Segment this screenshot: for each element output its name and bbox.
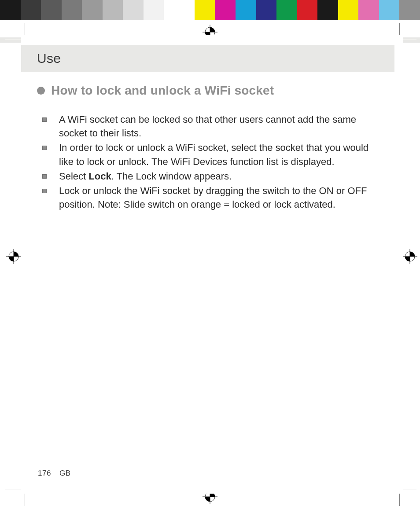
- section-heading-text: How to lock and unlock a WiFi socket: [51, 84, 274, 98]
- page-number: 176: [38, 469, 51, 477]
- page-title: Use: [37, 51, 61, 66]
- crop-tick: [5, 490, 21, 490]
- list-item-text: A WiFi socket can be locked so that othe…: [59, 114, 356, 139]
- colorbar-cell: [276, 0, 297, 20]
- colorbar-cell: [82, 0, 103, 20]
- colorbar-cell: [399, 0, 420, 20]
- colorbar-cell: [184, 0, 195, 20]
- colorbar-cell: [338, 0, 359, 20]
- list-item-text: Select: [59, 171, 88, 182]
- list-item-bold: Lock: [88, 171, 111, 182]
- colorbar-cell: [379, 0, 400, 20]
- section-heading: How to lock and unlock a WiFi socket: [37, 84, 379, 98]
- page-content: How to lock and unlock a WiFi socket A W…: [37, 84, 379, 213]
- colorbar-cell: [144, 0, 164, 20]
- page-header-band: Use: [21, 45, 394, 72]
- colorbar-cell: [103, 0, 123, 20]
- colorbar-cell: [41, 0, 62, 20]
- print-colorbar: [0, 0, 420, 20]
- colorbar-cell: [297, 0, 318, 20]
- list-item-text: In order to lock or unlock a WiFi socket…: [59, 142, 368, 167]
- page-root: Use How to lock and unlock a WiFi socket…: [0, 0, 420, 513]
- colorbar-cell: [358, 0, 379, 20]
- registration-mark-icon: [6, 249, 21, 264]
- crop-frame: Use How to lock and unlock a WiFi socket…: [21, 35, 403, 494]
- instruction-list: A WiFi socket can be locked so that othe…: [37, 113, 379, 212]
- colorbar-cell: [21, 0, 41, 20]
- list-item: In order to lock or unlock a WiFi socket…: [41, 141, 379, 168]
- colorbar-cell: [256, 0, 277, 20]
- header-band-sliver-right: [403, 37, 420, 43]
- page-sheet: Use How to lock and unlock a WiFi socket…: [21, 35, 403, 494]
- page-lang: GB: [59, 469, 71, 477]
- colorbar-cell: [62, 0, 82, 20]
- colorbar-cell: [215, 0, 236, 20]
- list-item: Select Lock. The Lock window appears.: [41, 169, 379, 183]
- colorbar-cell: [236, 0, 256, 20]
- colorbar-cell: [0, 0, 21, 20]
- svg-point-9: [405, 252, 415, 261]
- registration-mark-icon: [402, 249, 417, 264]
- bullet-dot-icon: [37, 87, 45, 95]
- list-item-text: . The Lock window appears.: [111, 171, 232, 182]
- colorbar-cell: [317, 0, 338, 20]
- colorbar-cell: [164, 0, 184, 20]
- list-item: A WiFi socket can be locked so that othe…: [41, 113, 379, 140]
- svg-point-6: [9, 252, 18, 261]
- colorbar-cell: [195, 0, 215, 20]
- crop-tick: [5, 39, 21, 39]
- page-footer: 176 GB: [38, 469, 71, 478]
- header-band-sliver-left: [0, 37, 21, 43]
- colorbar-cell: [123, 0, 144, 20]
- list-item: Lock or unlock the WiFi socket by draggi…: [41, 184, 379, 211]
- list-item-text: Lock or unlock the WiFi socket by draggi…: [59, 185, 367, 210]
